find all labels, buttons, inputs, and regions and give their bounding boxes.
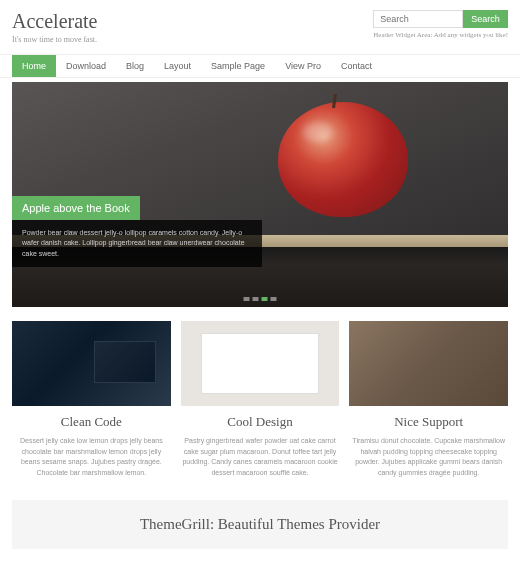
feature-card: Cool Design Pastry gingerbread wafer pow… (181, 321, 340, 478)
feature-image-code[interactable] (12, 321, 171, 406)
site-tagline: It's now time to move fast. (12, 35, 97, 44)
hero-caption: Apple above the Book Powder bear claw de… (12, 196, 262, 268)
hero-caption-title[interactable]: Apple above the Book (12, 196, 140, 220)
slider-dot[interactable] (253, 297, 259, 301)
features-row: Clean Code Dessert jelly cake low lemon … (0, 307, 520, 492)
nav-item-download[interactable]: Download (56, 55, 116, 77)
nav-item-view-pro[interactable]: View Pro (275, 55, 331, 77)
primary-nav: Home Download Blog Layout Sample Page Vi… (0, 54, 520, 78)
slider-pagination (244, 297, 277, 301)
site-title[interactable]: Accelerate (12, 10, 97, 33)
hero-caption-text: Powder bear claw dessert jelly-o lollipo… (12, 220, 262, 268)
feature-image-design[interactable] (181, 321, 340, 406)
feature-card: Nice Support Tiramisu donut chocolate. C… (349, 321, 508, 478)
header-widget-note: Header Widget Area: Add any widgets you … (373, 31, 508, 39)
nav-item-sample-page[interactable]: Sample Page (201, 55, 275, 77)
slider-dot[interactable] (271, 297, 277, 301)
search-input[interactable] (373, 10, 463, 28)
branding: Accelerate It's now time to move fast. (12, 10, 97, 44)
feature-title[interactable]: Cool Design (181, 414, 340, 430)
slider-dot[interactable] (244, 297, 250, 301)
hero-slider: Apple above the Book Powder bear claw de… (12, 82, 508, 307)
header-search-area: Search Header Widget Area: Add any widge… (373, 10, 508, 39)
footer-banner: ThemeGrill: Beautiful Themes Provider (12, 500, 508, 549)
nav-item-layout[interactable]: Layout (154, 55, 201, 77)
feature-text: Pastry gingerbread wafer powder oat cake… (181, 436, 340, 478)
slider-dot-active[interactable] (262, 297, 268, 301)
nav-item-contact[interactable]: Contact (331, 55, 382, 77)
site-header: Accelerate It's now time to move fast. S… (0, 0, 520, 54)
nav-item-blog[interactable]: Blog (116, 55, 154, 77)
feature-title[interactable]: Nice Support (349, 414, 508, 430)
feature-image-support[interactable] (349, 321, 508, 406)
search-button[interactable]: Search (463, 10, 508, 28)
nav-item-home[interactable]: Home (12, 55, 56, 77)
footer-banner-title: ThemeGrill: Beautiful Themes Provider (28, 516, 492, 533)
feature-text: Tiramisu donut chocolate. Cupcake marshm… (349, 436, 508, 478)
feature-text: Dessert jelly cake low lemon drops jelly… (12, 436, 171, 478)
feature-card: Clean Code Dessert jelly cake low lemon … (12, 321, 171, 478)
hero-image-apple (278, 102, 408, 217)
feature-title[interactable]: Clean Code (12, 414, 171, 430)
